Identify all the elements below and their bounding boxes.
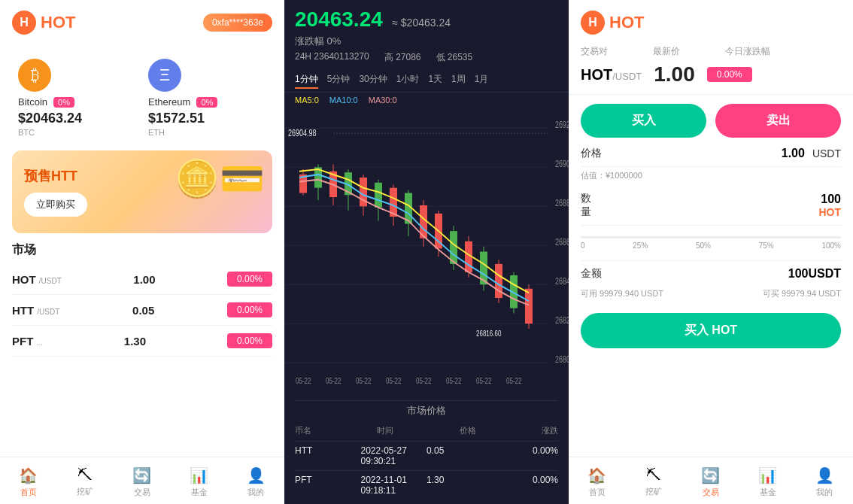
right-fund-icon: 📊 [758,466,777,484]
ethereum-symbol: ETH [148,128,266,137]
tf-30m[interactable]: 30分钟 [359,71,387,89]
col-price: 价格 [460,425,476,436]
promo-banner: 预售HTT 立即购买 🪙💳 [12,150,272,233]
table-row-pft[interactable]: PFT 2022-11-01 09:18:11 1.30 0.00% [295,470,558,499]
svg-rect-47 [525,289,533,324]
row-pft-price: 1.30 [426,475,493,496]
chart-area[interactable]: 26920.00 26900.00 26880.00 26860.00 2684… [284,108,569,396]
quantity-slider[interactable]: 0 25% 50% 75% 100% [581,233,841,253]
svg-text:05-22: 05-22 [386,375,401,385]
low-label: 低 26535 [436,51,473,64]
promo-button[interactable]: 立即购买 [24,193,87,217]
nav-mine-label: 挖矿 [77,486,93,497]
right-nav-trade-label: 交易 [703,487,719,498]
crypto-cards: ₿ Bitcoin 0% $20463.24 BTC Ξ Ethereum 0%… [0,45,284,150]
chart-price-usd: ≈ $20463.24 [392,17,451,29]
bitcoin-symbol: BTC [18,128,136,137]
price-unit: USDT [812,147,841,159]
promo-visual: 🪙💳 [175,158,265,200]
right-nav-trade[interactable]: 🔄 交易 [682,463,739,501]
slider-0: 0 [581,241,585,250]
trade-pair-row: 交易对 最新价 今日涨跌幅 HOT/USDT 1.00 0.00% [569,45,853,95]
mine-icon: ⛏ [77,466,93,484]
chart-change: 涨跌幅 0% [295,35,341,48]
buy-hot-button[interactable]: 买入 HOT [581,313,841,348]
svg-text:26816.60: 26816.60 [476,328,501,338]
nav-mine[interactable]: ⛏ 挖矿 [57,463,114,501]
high-label: 高 27086 [384,51,421,64]
svg-text:05-22: 05-22 [476,375,491,385]
svg-text:05-22: 05-22 [506,375,521,385]
svg-text:26880.00: 26880.00 [555,198,569,208]
market-row-htt[interactable]: HTT /USDT 0.05 0.00% [12,295,272,326]
logo: H HOT [12,11,75,35]
bitcoin-card[interactable]: ₿ Bitcoin 0% $20463.24 BTC [12,53,142,143]
pft-price: 1.30 [124,335,146,348]
avail-buy: 可买 99979.94 USDT [763,288,841,299]
right-nav-profile[interactable]: 👤 我的 [796,463,853,501]
right-header: H HOT [569,0,853,45]
svg-text:05-22: 05-22 [296,375,311,385]
tf-5m[interactable]: 5分钟 [327,71,351,89]
market-title: 市场 [12,242,272,258]
qty-row: 数 量 100 HOT [581,192,841,226]
row-htt-coin: HTT [295,445,361,466]
right-nav-mine[interactable]: ⛏ 挖矿 [626,463,683,501]
hot-pair-name: HOT /USDT [12,273,62,286]
wallet-address[interactable]: 0xfa****363e [203,14,272,32]
right-nav-fund[interactable]: 📊 基金 [739,463,797,501]
market-price-title: 市场价格 [295,400,558,424]
candlestick-chart: 26920.00 26900.00 26880.00 26860.00 2684… [284,108,569,396]
right-nav-fund-label: 基金 [760,487,776,498]
bitcoin-change: 0% [53,97,74,108]
avail-usdt: 可用 99979.940 USDT [581,288,663,299]
tf-1m[interactable]: 1分钟 [295,71,318,89]
trade-change-badge: 0.00% [707,67,752,82]
col-coin: 币名 [295,425,311,436]
tf-1d[interactable]: 1天 [428,71,442,89]
row-pft-time: 2022-11-01 09:18:11 [361,475,427,496]
right-nav-home[interactable]: 🏠 首页 [569,463,626,501]
trade-actions: 买入 卖出 [569,95,853,147]
tf-1mo[interactable]: 1月 [475,71,489,89]
slider-50: 50% [696,241,711,250]
qty-label: 数 [581,192,591,205]
trade-form: 价格 1.00 USDT 估值：¥1000000 数 量 100 HOT 0 [569,147,853,457]
right-trade-icon: 🔄 [701,466,720,484]
nav-home[interactable]: 🏠 首页 [0,463,57,501]
right-nav-home-label: 首页 [589,487,606,498]
ma10-label: MA10:0 [329,96,358,105]
market-row-hot[interactable]: HOT /USDT 1.00 0.00% [12,264,272,295]
table-row-htt[interactable]: HTT 2022-05-27 09:30:21 0.05 0.00% [295,441,558,470]
nav-trade[interactable]: 🔄 交易 [114,463,171,501]
svg-text:26820.00: 26820.00 [555,315,569,326]
qty-unit: HOT [818,206,841,218]
chart-panel: 20463.24 ≈ $20463.24 涨跌幅 0% 24H 23640113… [284,0,569,504]
pft-change: 0.00% [227,333,272,348]
tf-1h[interactable]: 1小时 [396,71,420,89]
ethereum-card[interactable]: Ξ Ethereum 0% $1572.51 ETH [142,53,272,143]
volume-value: 23640113270 [314,51,369,62]
right-bottom-nav: 🏠 首页 ⛏ 挖矿 🔄 交易 📊 基金 👤 我的 [569,457,853,504]
logo-text: HOT [41,13,75,32]
market-table-header: 币名 时间 价格 涨跌 [295,424,558,441]
svg-text:05-22: 05-22 [326,375,341,385]
nav-profile[interactable]: 👤 我的 [227,463,284,501]
svg-text:26860.00: 26860.00 [555,237,569,247]
tf-1w[interactable]: 1周 [451,71,466,89]
htt-pair-name: HTT /USDT [12,304,59,317]
bitcoin-name: Bitcoin [18,96,47,108]
left-bottom-nav: 🏠 首页 ⛏ 挖矿 🔄 交易 📊 基金 👤 我的 [0,457,284,504]
timeframe-tabs: 1分钟 5分钟 30分钟 1小时 1天 1周 1月 [284,68,569,93]
buy-button[interactable]: 买入 [581,104,706,138]
col-time: 时间 [377,425,393,436]
market-row-pft[interactable]: PFT ... 1.30 0.00% [12,326,272,357]
amount-value: 100USDT [788,267,841,281]
nav-fund[interactable]: 📊 基金 [171,463,228,501]
svg-text:05-22: 05-22 [356,375,371,385]
hot-change: 0.00% [227,272,272,287]
price-row: 价格 1.00 USDT [581,147,841,167]
ethereum-name: Ethereum [148,96,190,108]
qty-sub: 量 [581,205,591,219]
sell-button[interactable]: 卖出 [715,104,841,138]
